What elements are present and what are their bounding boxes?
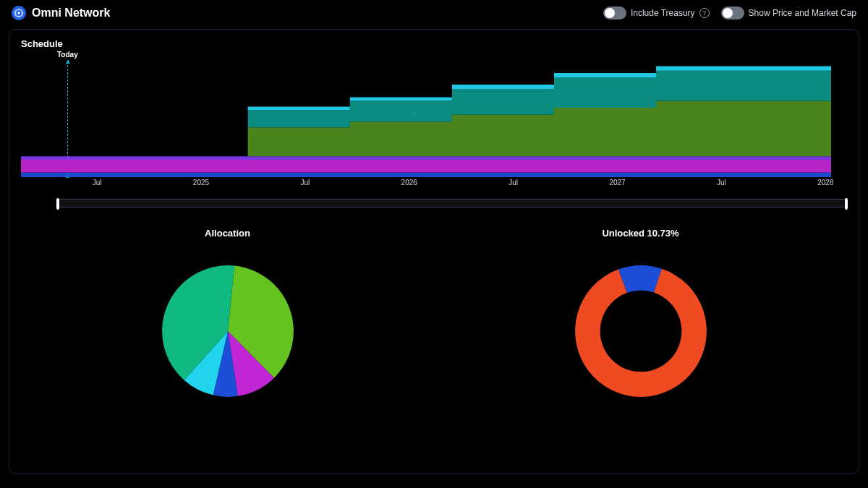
- x-tick: 2028: [817, 179, 833, 187]
- allocation-title: Allocation: [205, 228, 250, 239]
- include-treasury-label: Include Treasury: [631, 8, 695, 18]
- schedule-title: Schedule: [21, 38, 847, 49]
- x-tick: Jul: [300, 179, 310, 187]
- x-tick: Jul: [717, 179, 726, 187]
- range-scrubber[interactable]: [57, 199, 847, 207]
- show-price-toggle[interactable]: [721, 7, 744, 20]
- page-title: Omni Network: [32, 7, 110, 20]
- svg-point-1: [17, 12, 20, 14]
- schedule-chart[interactable]: ▲ 🦙DefiLlama Jul2025Jul2026Jul2027Jul202…: [21, 61, 847, 199]
- include-treasury-toggle[interactable]: [603, 7, 626, 20]
- x-tick: 2026: [401, 179, 417, 187]
- scrub-handle-right[interactable]: [845, 198, 848, 210]
- help-icon[interactable]: ?: [699, 8, 710, 18]
- x-tick: Jul: [509, 179, 518, 187]
- x-tick: Jul: [93, 179, 102, 187]
- x-tick: 2027: [609, 179, 625, 187]
- main-panel: Schedule Today ▲ 🦙DefiLlama Jul2025Jul20…: [9, 29, 859, 474]
- scrub-handle-left[interactable]: [56, 198, 59, 210]
- x-tick: 2025: [193, 179, 209, 187]
- unlocked-donut-chart[interactable]: [569, 259, 713, 403]
- project-logo-icon: [12, 6, 26, 20]
- unlocked-title: Unlocked 10.73%: [602, 228, 678, 239]
- stacked-area-svg: [21, 61, 831, 177]
- x-axis: Jul2025Jul2026Jul2027Jul2028: [21, 179, 847, 189]
- allocation-pie-chart[interactable]: [156, 259, 300, 403]
- today-label: Today: [57, 51, 847, 59]
- show-price-label: Show Price and Market Cap: [749, 8, 856, 18]
